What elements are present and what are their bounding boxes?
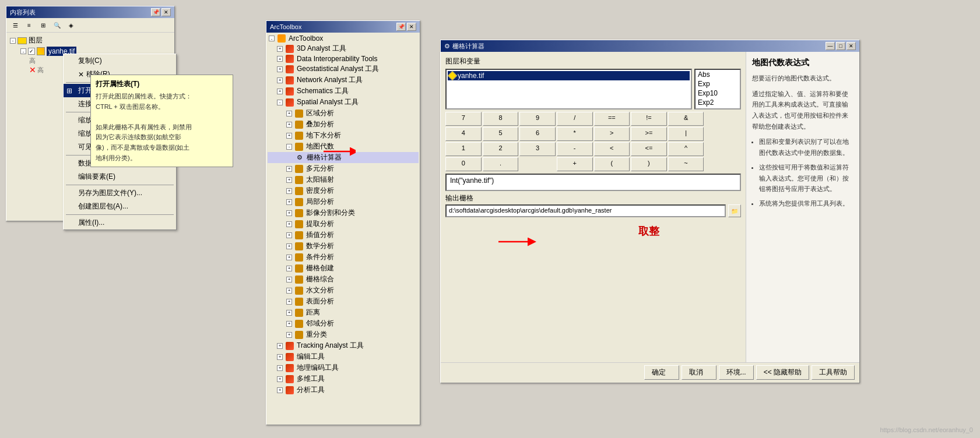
calc-tilde[interactable]: ~ <box>668 157 704 171</box>
calc-gt[interactable]: > <box>594 127 630 141</box>
tree-multidim[interactable]: + 多维工具 <box>268 373 419 384</box>
arctoolbox-close-btn[interactable]: ✕ <box>407 23 416 31</box>
calc-6[interactable]: 6 <box>519 127 556 141</box>
tree-surface[interactable]: + 表面分析 <box>268 296 419 307</box>
spatial-expander[interactable]: - <box>277 100 283 105</box>
calc-dot[interactable]: . <box>483 157 519 171</box>
func-exp2[interactable]: Exp2 <box>696 98 740 107</box>
tree-analysis[interactable]: + 分析工具 <box>268 384 419 395</box>
tree-raster-combine[interactable]: + 栅格综合 <box>268 274 419 285</box>
list-btn-3[interactable]: ⊞ <box>37 19 50 31</box>
calc-caret[interactable]: ^ <box>668 142 704 156</box>
func-exp10[interactable]: Exp10 <box>696 89 740 98</box>
calc-rparen[interactable]: ) <box>631 157 667 171</box>
solar-expander[interactable]: + <box>286 177 292 183</box>
tree-zone[interactable]: + 区域分析 <box>268 108 419 119</box>
ok-button[interactable]: 确定 <box>644 365 679 380</box>
calc-sub[interactable]: - <box>557 142 593 156</box>
seg-expander[interactable]: + <box>286 210 292 216</box>
mv-expander[interactable]: + <box>286 166 292 172</box>
tree-solar[interactable]: + 太阳辐射 <box>268 174 419 185</box>
neigh-expander[interactable]: + <box>286 321 292 327</box>
tree-spatial[interactable]: - Spatial Analyst 工具 <box>268 97 419 108</box>
hide-help-button[interactable]: << 隐藏帮助 <box>756 365 809 380</box>
hydro-expander[interactable]: + <box>286 288 292 294</box>
tree-segclass[interactable]: + 影像分割和分类 <box>268 207 419 218</box>
ctx-create-package[interactable]: 创建图层包(A)... <box>64 200 176 213</box>
tree-root[interactable]: - 图层 <box>9 35 172 46</box>
pin-button[interactable]: 📌 <box>151 8 160 16</box>
editing-expander[interactable]: + <box>277 354 283 360</box>
folder-browse-button[interactable]: 📁 <box>728 204 741 217</box>
output-path-input[interactable]: d:\softdata\arcgisdesktop\arcgis\default… <box>445 204 726 217</box>
close-button[interactable]: ✕ <box>161 8 171 16</box>
tree-extract[interactable]: + 提取分析 <box>268 218 419 229</box>
layer-checkbox[interactable]: ✓ <box>28 48 35 55</box>
calc-lt[interactable]: < <box>594 142 630 156</box>
tree-math[interactable]: + 数学分析 <box>268 241 419 252</box>
expression-input[interactable]: Int("yanhe.tif") <box>445 174 741 191</box>
geo-expander[interactable]: + <box>277 66 283 72</box>
math-expander[interactable]: + <box>286 243 292 249</box>
tree-geocoding[interactable]: + 地理编码工具 <box>268 362 419 373</box>
cancel-button[interactable]: 取消 <box>682 365 716 380</box>
root-expander[interactable]: - <box>269 36 275 41</box>
tree-overlay[interactable]: + 叠加分析 <box>268 119 419 130</box>
tree-density[interactable]: + 密度分析 <box>268 185 419 196</box>
func-exp[interactable]: Exp <box>696 79 740 89</box>
raster-calc-min-btn[interactable]: — <box>826 42 835 50</box>
cond-expander[interactable]: + <box>286 255 292 260</box>
raster-calc-close-btn[interactable]: ✕ <box>846 42 856 50</box>
calc-1[interactable]: 1 <box>445 142 482 156</box>
calc-add[interactable]: + <box>557 157 593 171</box>
calc-pipe[interactable]: | <box>668 127 704 141</box>
calc-eq[interactable]: == <box>594 112 630 126</box>
ctx-copy[interactable]: 复制(C) <box>64 54 176 68</box>
tree-conditional[interactable]: + 条件分析 <box>268 252 419 263</box>
tree-neighborhood[interactable]: + 邻域分析 <box>268 318 419 329</box>
func-abs[interactable]: Abs <box>696 70 740 79</box>
tree-3d-analyst[interactable]: + 3D Analyst 工具 <box>268 43 419 54</box>
gw-expander[interactable]: + <box>286 133 292 139</box>
tree-arctoolbox-root[interactable]: - ArcToolbox <box>268 34 419 43</box>
tree-interpolate[interactable]: + 插值分析 <box>268 229 419 241</box>
tree-tracking[interactable]: + Tracking Analyst 工具 <box>268 340 419 351</box>
calc-7[interactable]: 7 <box>445 112 482 126</box>
tracking-expander[interactable]: + <box>277 343 283 349</box>
overlay-expander[interactable]: + <box>286 122 292 128</box>
tree-hydrology[interactable]: + 水文分析 <box>268 285 419 296</box>
calc-div[interactable]: / <box>557 112 593 126</box>
ctx-edit[interactable]: 编辑要素(E) <box>64 170 176 183</box>
multidim-expander[interactable]: + <box>277 376 283 382</box>
layers-list-box[interactable]: yanhe.tif <box>445 69 692 110</box>
calc-9[interactable]: 9 <box>519 112 556 126</box>
network-expander[interactable]: + <box>277 77 283 83</box>
dist-expander[interactable]: + <box>286 310 292 316</box>
list-btn-5[interactable]: ◈ <box>65 19 78 31</box>
env-button[interactable]: 环境... <box>719 365 754 380</box>
calc-gte[interactable]: >= <box>631 127 667 141</box>
ma-expander[interactable]: - <box>286 144 292 150</box>
rc-expander[interactable]: + <box>286 266 292 271</box>
tree-geostatistical[interactable]: + Geostatistical Analyst 工具 <box>268 63 419 75</box>
reclass-expander[interactable]: + <box>286 332 292 338</box>
calc-neq[interactable]: != <box>631 112 667 126</box>
calc-2[interactable]: 2 <box>483 142 519 156</box>
geocoding-expander[interactable]: + <box>277 365 283 371</box>
ctx-save-layer[interactable]: 另存为图层文件(Y)... <box>64 186 176 200</box>
zone-expander[interactable]: + <box>286 111 292 116</box>
tree-data-interop[interactable]: + Data Interoperability Tools <box>268 54 419 63</box>
calc-3[interactable]: 3 <box>519 142 556 156</box>
function-list-box[interactable]: Abs Exp Exp10 Exp2 Float Int Ln Log10 <box>694 69 741 110</box>
tree-network[interactable]: + Network Analyst 工具 <box>268 75 419 86</box>
list-btn-1[interactable]: ☰ <box>9 19 22 31</box>
calc-mul[interactable]: * <box>557 127 593 141</box>
calc-amp[interactable]: & <box>668 112 704 126</box>
list-btn-4[interactable]: 🔍 <box>51 19 64 31</box>
tree-schematics[interactable]: + Schematics 工具 <box>268 86 419 97</box>
analysis-expander[interactable]: + <box>277 387 283 393</box>
calc-lte[interactable]: <= <box>631 142 667 156</box>
func-float[interactable]: Float <box>696 107 740 110</box>
arctoolbox-pin-btn[interactable]: 📌 <box>396 23 406 31</box>
layer-var-yanhe[interactable]: yanhe.tif <box>448 71 690 80</box>
